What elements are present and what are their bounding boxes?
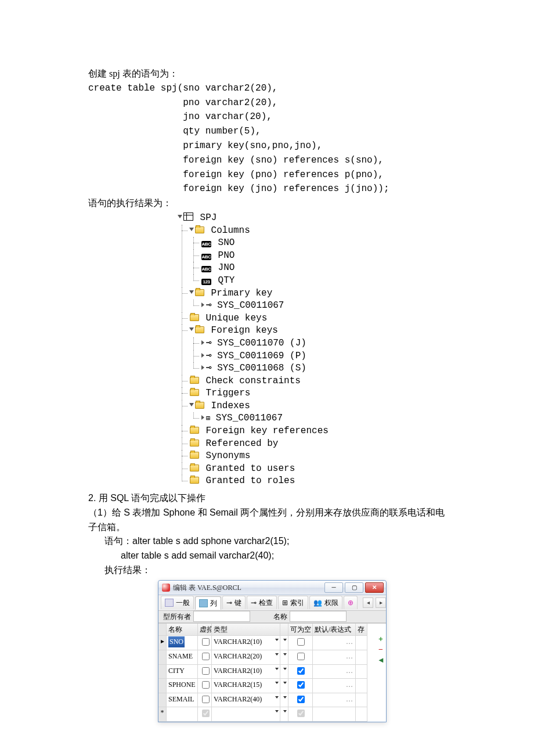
folder-icon	[190, 452, 199, 459]
header-virtual[interactable]: 虚拟	[198, 624, 212, 636]
virtual-checkbox[interactable]	[202, 653, 210, 660]
tree-column-pno[interactable]: ABC PNO	[190, 250, 446, 262]
cell-name[interactable]: SNO	[167, 636, 198, 650]
nullable-checkbox[interactable]	[297, 710, 305, 717]
tree-fk-item[interactable]: ⊸ SYS_C0011070 (J)	[190, 337, 446, 350]
name-input[interactable]	[290, 611, 347, 622]
nullable-checkbox[interactable]	[297, 653, 305, 660]
form-icon	[165, 599, 174, 607]
cell-name[interactable]: SEMAIL	[167, 693, 198, 708]
nullable-checkbox[interactable]	[297, 681, 305, 689]
cell-type[interactable]: VARCHAR2(10)	[212, 636, 280, 650]
tree-fk-item[interactable]: ⊸ SYS_C0011068 (S)	[190, 362, 446, 375]
cell-default[interactable]: …	[313, 679, 356, 693]
columns-icon	[199, 599, 208, 607]
tree-column-sno[interactable]: ABC SNO	[190, 237, 446, 250]
cell-type[interactable]: VARCHAR2(20)	[212, 650, 280, 665]
header-storage[interactable]: 存	[356, 624, 367, 636]
tree-root[interactable]: SPJ Columns ABC SNO ABC PNO ABC JNO 123 …	[167, 212, 446, 488]
type-dropdown[interactable]	[280, 679, 288, 693]
nullable-checkbox[interactable]	[297, 638, 305, 646]
folder-icon	[195, 326, 204, 333]
tree-fkr-folder[interactable]: Foreign key references	[178, 425, 446, 438]
table-row-new[interactable]: *	[158, 707, 386, 722]
virtual-checkbox[interactable]	[202, 696, 210, 703]
table-row[interactable]: ▸ SNO VARCHAR2(10) …	[158, 636, 386, 650]
nullable-checkbox[interactable]	[297, 696, 305, 703]
nullable-checkbox[interactable]	[297, 667, 305, 675]
tree-cc-folder[interactable]: Check constraints	[178, 375, 446, 388]
maximize-button[interactable]: ▢	[345, 582, 363, 593]
cell-type[interactable]: VARCHAR2(40)	[212, 693, 280, 708]
cell-storage[interactable]	[356, 650, 367, 665]
add-row-button[interactable]: +	[377, 635, 385, 643]
header-nullable[interactable]: 可为空	[288, 624, 313, 636]
header-type[interactable]: 类型	[212, 624, 280, 636]
tab-priv[interactable]: 👥权限	[309, 596, 342, 609]
tree-syn-folder[interactable]: Synonyms	[178, 450, 446, 463]
header-default[interactable]: 默认/表达式	[313, 624, 356, 636]
tab-index[interactable]: ⊞索引	[278, 596, 308, 609]
cell-default[interactable]: …	[313, 693, 356, 708]
cell-type[interactable]: VARCHAR2(15)	[212, 679, 280, 693]
owner-label: 型所有者	[161, 611, 193, 622]
tab-general[interactable]: 一般	[161, 596, 194, 609]
type-dropdown[interactable]	[280, 693, 288, 708]
cell-storage[interactable]	[356, 665, 367, 679]
window-titlebar[interactable]: 编辑 表 VAE.S@ORCL ─ ▢ ✕	[158, 581, 386, 595]
tree-column-qty[interactable]: 123 QTY	[190, 275, 446, 287]
table-row[interactable]: SPHONE VARCHAR2(15) …	[158, 679, 386, 693]
tree-fk-folder[interactable]: Foreign keys ⊸ SYS_C0011070 (J) ⊸ SYS_C0…	[178, 325, 446, 375]
tree-uk-folder[interactable]: Unique keys	[178, 312, 446, 325]
sql-create-spj: create table spj(sno varchar2(20), pno v…	[88, 81, 446, 196]
tree-pk-folder[interactable]: Primary key ⊸ SYS_C0011067	[178, 287, 446, 312]
cell-name[interactable]: SPHONE	[167, 679, 198, 693]
cell-default[interactable]: …	[313, 665, 356, 679]
virtual-checkbox[interactable]	[202, 638, 210, 646]
cell-default[interactable]: …	[313, 636, 356, 650]
close-button[interactable]: ✕	[365, 582, 384, 593]
tree-idx-folder[interactable]: Indexes ⊞ SYS_C0011067	[178, 400, 446, 425]
cell-type[interactable]: VARCHAR2(10)	[212, 665, 280, 679]
cell-storage[interactable]	[356, 693, 367, 708]
tree-columns-folder[interactable]: Columns ABC SNO ABC PNO ABC JNO 123 QTY	[178, 225, 446, 287]
tab-columns[interactable]: 列	[195, 596, 221, 610]
cell-storage[interactable]	[356, 679, 367, 693]
tab-nav-right[interactable]: ▸	[376, 597, 386, 608]
virtual-checkbox[interactable]	[202, 681, 210, 689]
cell-name[interactable]: SNAME	[167, 650, 198, 665]
owner-input[interactable]	[193, 611, 250, 622]
tree-gu-folder[interactable]: Granted to users	[178, 463, 446, 476]
table-row[interactable]: SNAME VARCHAR2(20) …	[158, 650, 386, 665]
tab-more[interactable]: ⊕	[344, 596, 358, 609]
tab-keys[interactable]: ⊸键	[222, 596, 246, 609]
header-name[interactable]: 名称	[167, 624, 198, 636]
tree-trg-folder[interactable]: Triggers	[178, 387, 446, 400]
cell-name[interactable]: CITY	[167, 665, 198, 679]
tree-pk-item[interactable]: ⊸ SYS_C0011067	[190, 300, 446, 312]
type-dropdown[interactable]	[280, 636, 288, 650]
tab-nav-left[interactable]: ◂	[363, 597, 373, 608]
apply-button[interactable]: ◂	[377, 656, 385, 664]
type-dropdown[interactable]	[280, 665, 288, 679]
columns-grid: 名称 虚拟 类型 可为空 默认/表达式 存 ▸ SNO VARCHAR2(10)…	[158, 623, 386, 722]
table-row[interactable]: CITY VARCHAR2(10) …	[158, 665, 386, 679]
delete-row-button[interactable]: −	[377, 646, 385, 654]
tree-idx-item[interactable]: ⊞ SYS_C0011067	[190, 412, 446, 425]
tree-rb-folder[interactable]: Referenced by	[178, 438, 446, 451]
key-icon: ⊸	[206, 351, 212, 361]
tree-column-jno[interactable]: ABC JNO	[190, 262, 446, 275]
tree-gr-folder[interactable]: Granted to roles	[178, 475, 446, 488]
tab-check[interactable]: ⊸检查	[247, 596, 277, 609]
cell-default[interactable]: …	[313, 650, 356, 665]
statement-line-1: 语句：alter table s add sphone varchar2(15)…	[88, 534, 446, 549]
key-icon: ⊸	[206, 363, 212, 373]
minimize-button[interactable]: ─	[324, 582, 343, 593]
virtual-checkbox[interactable]	[202, 710, 210, 717]
table-row[interactable]: SEMAIL VARCHAR2(40) …	[158, 693, 386, 708]
virtual-checkbox[interactable]	[202, 667, 210, 675]
question-2: 2. 用 SQL 语句完成以下操作	[88, 491, 446, 506]
type-dropdown[interactable]	[280, 650, 288, 665]
cell-storage[interactable]	[356, 636, 367, 650]
tree-fk-item[interactable]: ⊸ SYS_C0011069 (P)	[190, 350, 446, 363]
